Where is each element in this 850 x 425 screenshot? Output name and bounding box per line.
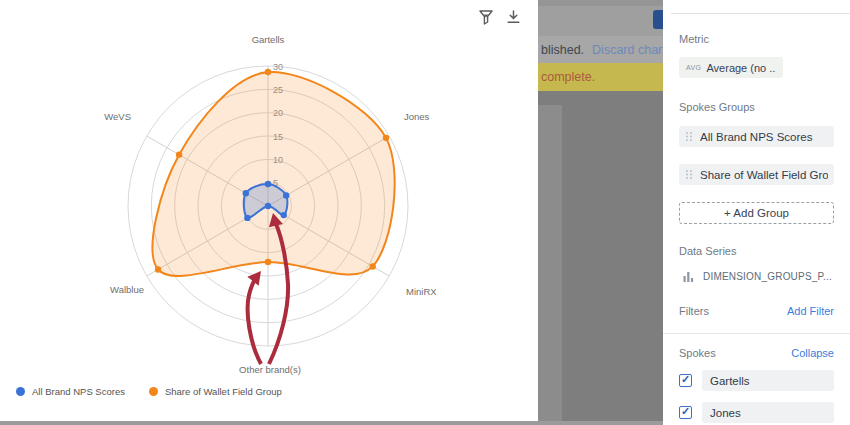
legend-dot-orange [149, 387, 158, 396]
metric-chip[interactable]: AVG Average (no ... [679, 57, 783, 78]
page-background-strip [0, 421, 663, 425]
checkbox-jones[interactable] [679, 406, 692, 419]
checkbox-gartells[interactable] [679, 374, 692, 387]
panel-divider [663, 333, 850, 334]
screen: 51015202530GartellsJonesMiniRXOther bran… [0, 0, 850, 425]
bar-chart-icon [683, 271, 694, 282]
svg-text:WeVS: WeVS [104, 111, 131, 122]
metric-heading: Metric [679, 33, 834, 45]
legend-dot-blue [16, 387, 25, 396]
background-primary-button [653, 10, 663, 29]
spokes-group-chip-wallet[interactable]: Share of Wallet Field Group [679, 164, 834, 185]
dimmed-background-app: blished. Discard changes complete. [538, 0, 663, 425]
svg-text:30: 30 [273, 62, 283, 72]
published-text: blished. [541, 43, 584, 57]
spokes-group-label: All Brand NPS Scores [700, 131, 813, 143]
filter-icon[interactable] [479, 10, 493, 25]
legend-entry-nps[interactable]: All Brand NPS Scores [16, 386, 125, 397]
svg-text:MiniRX: MiniRX [406, 286, 437, 297]
metric-value: Average (no ... [706, 62, 776, 74]
add-filter-link[interactable]: Add Filter [787, 305, 834, 317]
legend-label: Share of Wallet Field Group [165, 386, 282, 397]
background-subpanel-edge [538, 105, 562, 425]
drag-handle-icon [685, 131, 693, 142]
svg-text:Gartells: Gartells [252, 34, 285, 45]
data-series-heading: Data Series [679, 245, 834, 257]
spoke-chip-gartells[interactable]: Gartells [702, 370, 834, 391]
points-to-share-of-wallet-other-brands-point [248, 278, 261, 364]
legend-entry-wallet[interactable]: Share of Wallet Field Group [149, 386, 282, 397]
background-toolbar [538, 0, 663, 36]
svg-text:Jones: Jones [404, 111, 430, 122]
spokes-heading: Spokes [679, 347, 716, 359]
drag-handle-icon [685, 169, 693, 180]
chart-legend: All Brand NPS Scores Share of Wallet Fie… [16, 386, 282, 397]
filters-heading: Filters [679, 305, 709, 317]
spokes-groups-heading: Spokes Groups [679, 101, 834, 113]
legend-label: All Brand NPS Scores [32, 386, 125, 397]
radar-chart-card: 51015202530GartellsJonesMiniRXOther bran… [0, 0, 538, 421]
spoke-row-jones: Jones [679, 402, 834, 423]
warning-text: complete. [541, 70, 595, 84]
spokes-group-chip-nps[interactable]: All Brand NPS Scores [679, 126, 834, 147]
spokes-group-label: Share of Wallet Field Group [700, 169, 828, 181]
data-series-name: DIMENSION_GROUPS_P... [703, 271, 832, 282]
settings-panel: Metric AVG Average (no ... Spokes Groups… [663, 0, 850, 425]
spoke-row-gartells: Gartells [679, 370, 834, 391]
collapse-link[interactable]: Collapse [791, 347, 834, 359]
background-warning-banner: complete. [538, 63, 663, 91]
add-group-button[interactable]: + Add Group [679, 202, 834, 224]
spoke-label: Gartells [710, 375, 750, 387]
background-publish-row: blished. Discard changes [538, 36, 663, 63]
radar-chart: 51015202530GartellsJonesMiniRXOther bran… [0, 0, 538, 380]
data-series-item[interactable]: DIMENSION_GROUPS_P... [679, 271, 834, 282]
download-icon[interactable] [507, 10, 520, 25]
metric-aggregation-label: AVG [686, 64, 701, 71]
discard-changes-link: Discard changes [592, 43, 663, 57]
svg-text:Other brand(s): Other brand(s) [239, 364, 301, 375]
svg-text:Walblue: Walblue [110, 284, 144, 295]
spoke-chip-jones[interactable]: Jones [702, 402, 834, 423]
spoke-label: Jones [710, 407, 741, 419]
